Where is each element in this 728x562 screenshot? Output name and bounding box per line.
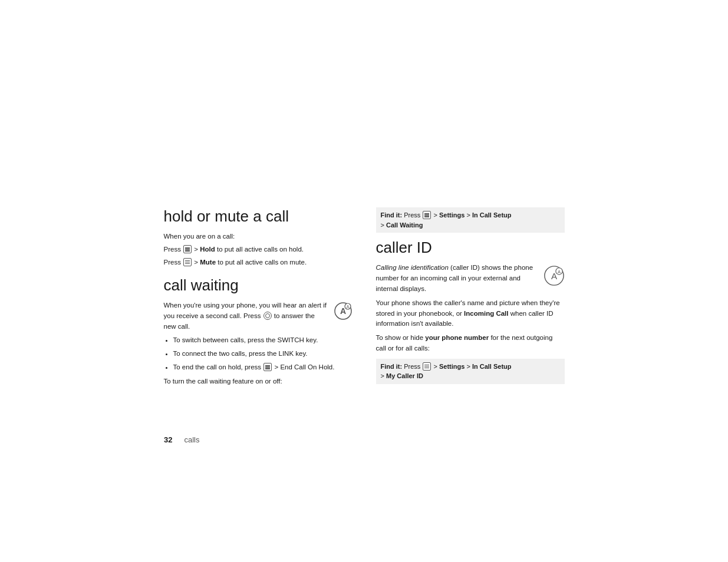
menu-icon-mute — [183, 258, 192, 266]
settings-link-cid: Settings — [439, 363, 465, 370]
in-call-setup-link-cid: In Call Setup — [472, 363, 512, 370]
incoming-call-label: Incoming Call — [464, 310, 508, 317]
caller-id-body: A A Calling line identification (caller … — [376, 263, 565, 354]
caller-id-para1: Calling line identification (caller ID) … — [376, 263, 565, 294]
find-it-caller-id: Find it: Press > Settings > In Call Setu… — [376, 359, 565, 384]
hold-press-line: Press > Hold to put all active calls on … — [164, 244, 353, 255]
settings-link-cw: Settings — [439, 211, 465, 219]
page-number: 32 — [164, 435, 172, 444]
press-text-cid: Press — [404, 363, 422, 370]
content-area: hold or mute a call When you are on a ca… — [164, 207, 565, 390]
in-call-setup-link-cw: In Call Setup — [472, 211, 512, 219]
your-phone-number: your phone number — [425, 334, 489, 341]
call-waiting-bullets: To switch between calls, press the SWITC… — [173, 335, 353, 372]
menu-icon-find-cid — [423, 362, 431, 371]
hold-mute-intro: When you are on a call: — [164, 232, 353, 242]
menu-icon-end — [263, 363, 272, 371]
find-label-cw: Find it: — [381, 211, 404, 219]
hold-label: Hold — [200, 246, 215, 253]
page-footer: 32 calls — [164, 435, 199, 444]
menu-icon-hold — [183, 245, 192, 253]
call-waiting-icon-container: A A — [334, 302, 353, 323]
caller-id-para3: To show or hide your phone number for th… — [376, 333, 565, 354]
left-column: hold or mute a call When you are on a ca… — [164, 207, 353, 389]
press-text-cw: Press — [404, 211, 422, 219]
bullet-end-hold: To end the call on hold, press > End Cal… — [173, 362, 353, 373]
calling-line-text: Calling line identification — [376, 264, 449, 271]
hold-mute-title: hold or mute a call — [164, 207, 353, 226]
find-label-cid: Find it: — [381, 363, 404, 370]
call-waiting-title: call waiting — [164, 276, 353, 295]
find-it-call-waiting: Find it: Press > Settings > In Call Setu… — [376, 207, 565, 233]
turn-on-off: To turn the call waiting feature on or o… — [164, 376, 353, 387]
call-waiting-section: call waiting A A When you're using your … — [164, 276, 353, 387]
my-caller-id-link: My Caller ID — [386, 372, 423, 379]
caller-id-icon-container: A A — [543, 265, 565, 289]
right-column: Find it: Press > Settings > In Call Setu… — [376, 207, 565, 390]
caller-id-icon: A A — [543, 265, 565, 286]
caller-id-title: caller ID — [376, 239, 565, 257]
call-waiting-link: Call Waiting — [386, 222, 423, 229]
svg-text:A: A — [346, 305, 349, 309]
page: hold or mute a call When you are on a ca… — [0, 0, 728, 562]
hold-mute-section: hold or mute a call When you are on a ca… — [164, 207, 353, 268]
bullet-link: To connect the two calls, press the LINK… — [173, 349, 353, 359]
page-label: calls — [184, 435, 199, 444]
caller-id-section: caller ID A A Calling line identificatio… — [376, 239, 565, 384]
circle-menu-icon — [263, 312, 272, 320]
call-waiting-intro: When you're using your phone, you will h… — [164, 300, 353, 332]
mute-press-line: Press > Mute to put all active calls on … — [164, 257, 353, 268]
caller-id-para2: Your phone shows the caller's name and p… — [376, 298, 565, 329]
menu-icon-find-cw — [423, 211, 431, 219]
call-waiting-icon: A A — [334, 302, 353, 320]
bullet-switch: To switch between calls, press the SWITC… — [173, 335, 353, 346]
mute-label: Mute — [200, 259, 216, 266]
